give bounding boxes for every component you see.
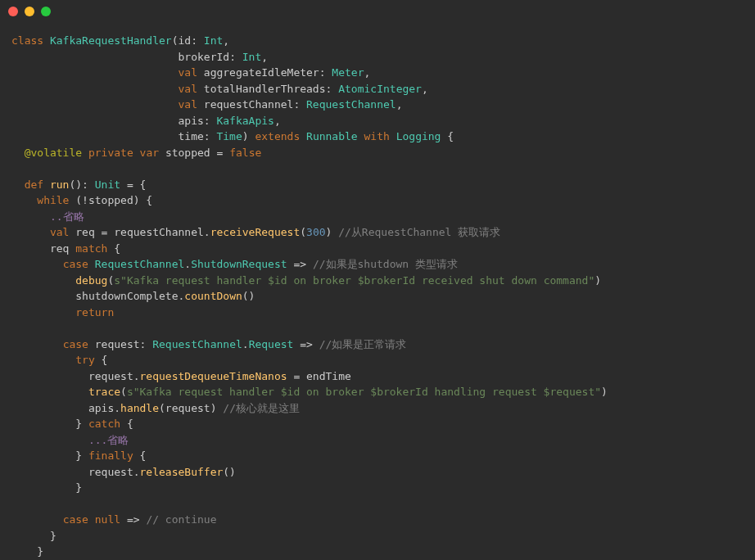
comment-omit: ...省略 (88, 434, 129, 446)
comment: // continue (146, 513, 216, 526)
string-literal: s"Kafka request handler $id on broker $b… (114, 274, 595, 287)
window-titlebar (0, 0, 755, 23)
fn-run: run (50, 178, 69, 191)
minimize-icon[interactable] (25, 7, 34, 16)
string-literal: s"Kafka request handler $id on broker $b… (127, 386, 601, 398)
comment: //从RequestChannel 获取请求 (338, 226, 500, 238)
code-editor[interactable]: class KafkaRequestHandler(id: Int, broke… (0, 23, 755, 560)
comment: //如果是shutdown 类型请求 (313, 258, 458, 270)
annotation-volatile: @volatile (25, 147, 82, 159)
kw-class: class (11, 34, 43, 47)
comment: //核心就是这里 (223, 402, 300, 414)
comment: //如果是正常请求 (319, 338, 407, 350)
zoom-icon[interactable] (41, 7, 51, 16)
class-name: KafkaRequestHandler (50, 34, 172, 47)
close-icon[interactable] (8, 7, 18, 16)
comment-omit: ..省略 (50, 210, 84, 223)
